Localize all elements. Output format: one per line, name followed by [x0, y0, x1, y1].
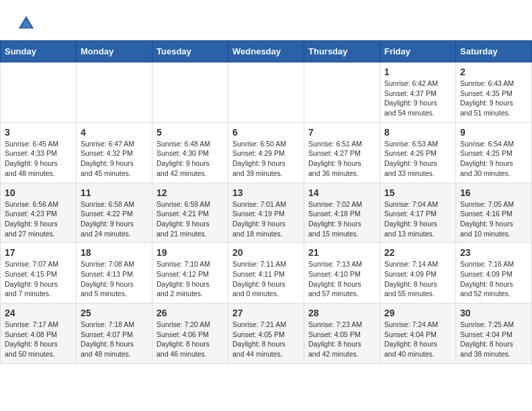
day-info: Sunrise: 7:16 AM Sunset: 4:09 PM Dayligh… [460, 259, 527, 299]
day-info: Sunrise: 7:05 AM Sunset: 4:16 PM Dayligh… [460, 199, 527, 239]
day-number: 9 [460, 127, 527, 138]
calendar-cell: 25Sunrise: 7:18 AM Sunset: 4:07 PM Dayli… [77, 304, 152, 364]
calendar-cell: 1Sunrise: 6:42 AM Sunset: 4:37 PM Daylig… [380, 62, 456, 123]
calendar-cell: 7Sunrise: 6:51 AM Sunset: 4:27 PM Daylig… [304, 122, 380, 183]
day-number: 19 [157, 247, 224, 258]
calendar-cell: 21Sunrise: 7:13 AM Sunset: 4:10 PM Dayli… [304, 243, 380, 304]
column-header-tuesday: Tuesday [152, 41, 228, 62]
calendar-cell: 16Sunrise: 7:05 AM Sunset: 4:16 PM Dayli… [456, 183, 532, 243]
calendar-cell: 30Sunrise: 7:25 AM Sunset: 4:04 PM Dayli… [456, 304, 532, 364]
day-info: Sunrise: 7:20 AM Sunset: 4:06 PM Dayligh… [157, 320, 224, 359]
calendar-cell [1, 62, 77, 123]
day-info: Sunrise: 7:21 AM Sunset: 4:05 PM Dayligh… [232, 320, 300, 359]
day-info: Sunrise: 7:10 AM Sunset: 4:12 PM Dayligh… [157, 259, 224, 299]
day-info: Sunrise: 6:50 AM Sunset: 4:29 PM Dayligh… [232, 139, 300, 179]
header [0, 0, 532, 40]
calendar-cell: 29Sunrise: 7:24 AM Sunset: 4:04 PM Dayli… [380, 304, 456, 364]
day-info: Sunrise: 6:42 AM Sunset: 4:37 PM Dayligh… [384, 79, 451, 118]
calendar-cell: 2Sunrise: 6:43 AM Sunset: 4:35 PM Daylig… [456, 62, 532, 123]
day-number: 23 [460, 247, 527, 258]
day-number: 27 [232, 308, 300, 318]
day-number: 16 [460, 187, 527, 198]
day-info: Sunrise: 6:58 AM Sunset: 4:22 PM Dayligh… [81, 199, 148, 239]
day-info: Sunrise: 7:11 AM Sunset: 4:11 PM Dayligh… [232, 259, 300, 299]
calendar-cell: 24Sunrise: 7:17 AM Sunset: 4:08 PM Dayli… [1, 304, 77, 364]
day-number: 11 [81, 187, 148, 198]
calendar-cell [152, 62, 228, 123]
calendar-cell: 20Sunrise: 7:11 AM Sunset: 4:11 PM Dayli… [228, 243, 304, 304]
calendar-cell: 5Sunrise: 6:48 AM Sunset: 4:30 PM Daylig… [152, 122, 228, 183]
day-info: Sunrise: 6:53 AM Sunset: 4:26 PM Dayligh… [384, 139, 451, 179]
calendar-cell: 6Sunrise: 6:50 AM Sunset: 4:29 PM Daylig… [228, 122, 304, 183]
calendar-cell: 13Sunrise: 7:01 AM Sunset: 4:19 PM Dayli… [228, 183, 304, 243]
calendar-cell: 22Sunrise: 7:14 AM Sunset: 4:09 PM Dayli… [380, 243, 456, 304]
column-header-sunday: Sunday [1, 41, 77, 62]
day-info: Sunrise: 7:07 AM Sunset: 4:15 PM Dayligh… [5, 259, 72, 299]
day-info: Sunrise: 7:13 AM Sunset: 4:10 PM Dayligh… [308, 259, 375, 299]
day-info: Sunrise: 7:23 AM Sunset: 4:05 PM Dayligh… [308, 320, 375, 359]
day-info: Sunrise: 7:02 AM Sunset: 4:18 PM Dayligh… [308, 199, 375, 239]
calendar-cell: 10Sunrise: 6:56 AM Sunset: 4:23 PM Dayli… [1, 183, 77, 243]
calendar-cell [228, 62, 304, 123]
day-info: Sunrise: 7:24 AM Sunset: 4:04 PM Dayligh… [384, 320, 451, 359]
logo-icon [16, 13, 36, 34]
day-number: 2 [460, 66, 527, 77]
day-number: 6 [232, 127, 300, 138]
day-info: Sunrise: 7:04 AM Sunset: 4:17 PM Dayligh… [384, 199, 451, 239]
day-number: 3 [5, 127, 72, 138]
day-info: Sunrise: 7:14 AM Sunset: 4:09 PM Dayligh… [384, 259, 451, 299]
calendar-cell: 23Sunrise: 7:16 AM Sunset: 4:09 PM Dayli… [456, 243, 532, 304]
day-number: 14 [308, 187, 375, 198]
day-number: 1 [384, 66, 451, 77]
calendar-cell: 3Sunrise: 6:45 AM Sunset: 4:33 PM Daylig… [1, 122, 77, 183]
day-number: 21 [308, 247, 375, 258]
calendar-cell: 19Sunrise: 7:10 AM Sunset: 4:12 PM Dayli… [152, 243, 228, 304]
day-number: 12 [157, 187, 224, 198]
day-number: 4 [81, 127, 148, 138]
calendar-cell: 28Sunrise: 7:23 AM Sunset: 4:05 PM Dayli… [304, 304, 380, 364]
calendar-cell: 17Sunrise: 7:07 AM Sunset: 4:15 PM Dayli… [1, 243, 77, 304]
day-number: 30 [460, 308, 527, 318]
day-info: Sunrise: 7:08 AM Sunset: 4:13 PM Dayligh… [81, 259, 148, 299]
calendar-cell: 15Sunrise: 7:04 AM Sunset: 4:17 PM Dayli… [380, 183, 456, 243]
calendar-cell: 27Sunrise: 7:21 AM Sunset: 4:05 PM Dayli… [228, 304, 304, 364]
day-number: 26 [157, 308, 224, 318]
day-info: Sunrise: 6:54 AM Sunset: 4:25 PM Dayligh… [460, 139, 527, 179]
day-number: 22 [384, 247, 451, 258]
day-info: Sunrise: 6:43 AM Sunset: 4:35 PM Dayligh… [460, 79, 527, 118]
day-number: 8 [384, 127, 451, 138]
day-info: Sunrise: 7:18 AM Sunset: 4:07 PM Dayligh… [81, 320, 148, 359]
column-header-saturday: Saturday [456, 41, 532, 62]
day-info: Sunrise: 6:45 AM Sunset: 4:33 PM Dayligh… [5, 139, 72, 179]
day-info: Sunrise: 7:25 AM Sunset: 4:04 PM Dayligh… [460, 320, 527, 359]
day-number: 13 [232, 187, 300, 198]
day-number: 18 [81, 247, 148, 258]
day-number: 17 [5, 247, 72, 258]
calendar-cell [77, 62, 152, 123]
day-info: Sunrise: 6:47 AM Sunset: 4:32 PM Dayligh… [81, 139, 148, 179]
calendar-cell: 14Sunrise: 7:02 AM Sunset: 4:18 PM Dayli… [304, 183, 380, 243]
day-info: Sunrise: 6:48 AM Sunset: 4:30 PM Dayligh… [157, 139, 224, 179]
day-number: 7 [308, 127, 375, 138]
day-number: 24 [5, 308, 72, 318]
calendar-cell: 18Sunrise: 7:08 AM Sunset: 4:13 PM Dayli… [77, 243, 152, 304]
day-info: Sunrise: 6:51 AM Sunset: 4:27 PM Dayligh… [308, 139, 375, 179]
calendar-cell: 11Sunrise: 6:58 AM Sunset: 4:22 PM Dayli… [77, 183, 152, 243]
calendar-cell: 9Sunrise: 6:54 AM Sunset: 4:25 PM Daylig… [456, 122, 532, 183]
day-number: 28 [308, 308, 375, 318]
calendar-cell: 4Sunrise: 6:47 AM Sunset: 4:32 PM Daylig… [77, 122, 152, 183]
calendar: SundayMondayTuesdayWednesdayThursdayFrid… [0, 40, 532, 364]
column-header-monday: Monday [77, 41, 152, 62]
day-number: 10 [5, 187, 72, 198]
day-number: 29 [384, 308, 451, 318]
calendar-cell: 12Sunrise: 6:59 AM Sunset: 4:21 PM Dayli… [152, 183, 228, 243]
day-info: Sunrise: 7:01 AM Sunset: 4:19 PM Dayligh… [232, 199, 300, 239]
logo [16, 13, 39, 34]
day-info: Sunrise: 6:56 AM Sunset: 4:23 PM Dayligh… [5, 199, 72, 239]
column-header-wednesday: Wednesday [228, 41, 304, 62]
day-info: Sunrise: 6:59 AM Sunset: 4:21 PM Dayligh… [157, 199, 224, 239]
calendar-cell: 8Sunrise: 6:53 AM Sunset: 4:26 PM Daylig… [380, 122, 456, 183]
day-number: 20 [232, 247, 300, 258]
column-header-friday: Friday [380, 41, 456, 62]
column-header-thursday: Thursday [304, 41, 380, 62]
